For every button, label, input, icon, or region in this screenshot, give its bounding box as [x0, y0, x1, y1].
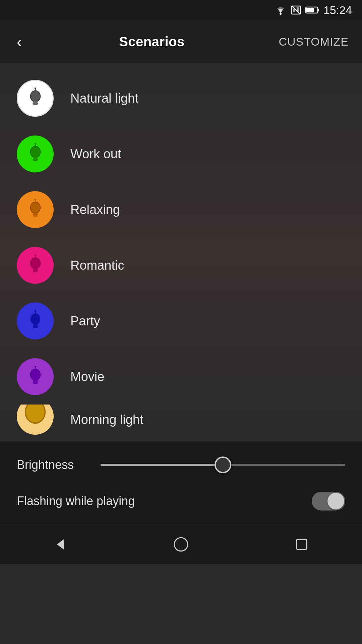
scenario-item-movie[interactable]: Movie — [0, 349, 362, 405]
scenario-icon-work-out — [17, 136, 54, 172]
svg-point-26 — [30, 258, 40, 269]
svg-rect-15 — [33, 157, 38, 158]
header: ‹ Scenarios CUSTOMIZE — [0, 20, 362, 64]
scenario-icon-romantic — [17, 247, 54, 284]
svg-point-31 — [34, 255, 36, 256]
svg-rect-3 — [293, 9, 295, 12]
scenario-item-romantic[interactable]: Romantic — [0, 237, 362, 293]
wifi-icon — [275, 5, 287, 15]
svg-point-37 — [34, 310, 36, 312]
scenario-item-relaxing[interactable]: Relaxing — [0, 182, 362, 237]
scenario-item-work-out[interactable]: Work out — [0, 126, 362, 182]
brightness-thumb[interactable] — [215, 457, 231, 473]
svg-point-32 — [30, 313, 40, 324]
scenario-label-work-out: Work out — [70, 147, 121, 161]
nav-recents-button[interactable] — [288, 531, 315, 558]
scenario-icon-morning-light — [17, 405, 54, 435]
svg-rect-11 — [33, 104, 38, 105]
status-time: 15:24 — [323, 4, 352, 17]
brightness-label: Brightness — [17, 458, 101, 472]
scenario-icon-relaxing — [17, 191, 54, 228]
scenario-label-movie: Movie — [70, 370, 104, 384]
nav-bar — [0, 524, 362, 564]
svg-point-8 — [30, 91, 40, 102]
scenario-item-morning-light[interactable]: Morning light — [0, 405, 362, 435]
scenario-label-morning-light: Morning light — [70, 413, 143, 427]
battery-icon — [305, 6, 319, 14]
brightness-slider[interactable] — [101, 455, 345, 475]
svg-rect-22 — [33, 214, 38, 215]
svg-rect-17 — [33, 160, 38, 161]
svg-rect-4 — [297, 7, 299, 12]
scenario-item-natural-light[interactable]: Natural light — [0, 70, 362, 126]
flashing-row: Flashing while playing — [17, 492, 345, 511]
svg-point-38 — [30, 369, 40, 380]
svg-rect-28 — [33, 270, 38, 271]
svg-point-14 — [30, 146, 40, 157]
svg-point-19 — [34, 143, 36, 145]
status-bar: 15:24 — [0, 0, 362, 20]
page-title: Scenarios — [119, 34, 185, 49]
flashing-toggle[interactable] — [312, 492, 345, 511]
svg-rect-47 — [297, 539, 307, 549]
svg-rect-29 — [33, 271, 38, 272]
svg-rect-35 — [33, 327, 38, 328]
nav-home-button[interactable] — [168, 531, 194, 558]
svg-rect-39 — [33, 379, 38, 381]
brightness-fill — [101, 464, 223, 466]
svg-rect-21 — [33, 212, 38, 214]
svg-marker-45 — [57, 539, 64, 549]
svg-rect-40 — [33, 381, 38, 382]
svg-rect-7 — [306, 8, 314, 12]
scenario-icon-movie — [17, 358, 54, 395]
svg-point-43 — [34, 366, 36, 368]
customize-button[interactable]: CUSTOMIZE — [279, 35, 349, 48]
svg-rect-16 — [33, 158, 38, 160]
svg-line-2 — [292, 6, 300, 14]
scenario-icon-natural-light — [17, 80, 54, 117]
svg-rect-27 — [33, 268, 38, 270]
svg-rect-9 — [33, 101, 38, 103]
nav-recents-icon — [293, 536, 310, 553]
scenario-label-relaxing: Relaxing — [70, 203, 120, 217]
bottom-controls: Brightness Flashing while playing — [0, 441, 362, 524]
status-icons: 15:24 — [275, 4, 352, 17]
scenario-icon-party — [17, 303, 54, 339]
nav-back-icon — [52, 536, 69, 553]
svg-point-25 — [34, 199, 36, 201]
svg-rect-6 — [318, 9, 319, 11]
scenario-item-party[interactable]: Party — [0, 293, 362, 349]
scenario-label-natural-light: Natural light — [70, 91, 138, 106]
svg-point-13 — [34, 88, 36, 89]
svg-rect-41 — [33, 382, 38, 384]
svg-rect-33 — [33, 324, 38, 325]
svg-point-44 — [25, 405, 45, 423]
svg-point-0 — [280, 13, 282, 15]
signal-icon — [291, 5, 301, 15]
toggle-thumb — [327, 493, 344, 509]
brightness-row: Brightness — [17, 455, 345, 475]
svg-rect-23 — [33, 215, 38, 217]
nav-home-icon — [173, 536, 189, 553]
scenarios-list: Natural light Work out — [0, 64, 362, 441]
flashing-label: Flashing while playing — [17, 494, 135, 508]
scenario-label-romantic: Romantic — [70, 258, 124, 273]
nav-back-button[interactable] — [47, 531, 74, 558]
svg-rect-34 — [33, 325, 38, 327]
svg-point-20 — [30, 202, 40, 213]
svg-point-46 — [174, 538, 188, 551]
back-button[interactable]: ‹ — [13, 31, 25, 53]
scenario-label-party: Party — [70, 314, 100, 328]
svg-rect-10 — [33, 103, 38, 104]
